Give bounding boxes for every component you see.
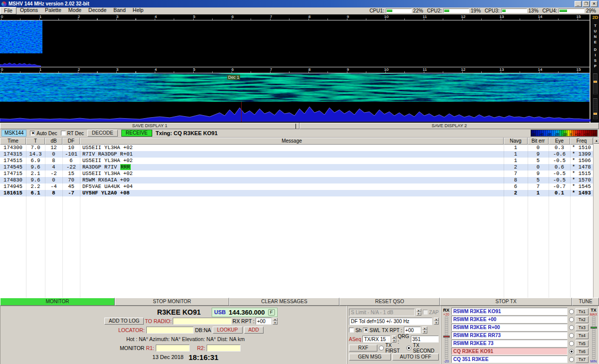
tx6-button[interactable]: Tx6	[576, 348, 589, 355]
to-radio-input[interactable]	[173, 318, 232, 325]
tx-message-input[interactable]	[451, 356, 568, 363]
auto-dec-checkbox[interactable]: Auto Dec	[30, 131, 57, 136]
zero-slider-handle[interactable]	[594, 113, 597, 115]
tx-select-radio[interactable]	[569, 317, 574, 322]
aseq-input[interactable]	[362, 336, 390, 343]
tx-select-radio[interactable]	[569, 349, 574, 354]
tx-select-radio[interactable]	[569, 357, 574, 362]
stop-tx-button[interactable]: STOP TX	[440, 298, 572, 306]
tx-second-radio[interactable]	[406, 346, 411, 351]
swl-checkbox[interactable]	[363, 328, 368, 333]
close-icon[interactable]: ✕	[591, 1, 598, 7]
df-tol-spinner[interactable]: ▲▼	[434, 318, 439, 325]
tx-message-input[interactable]	[451, 332, 568, 339]
tx3-button[interactable]: Tx3	[576, 324, 589, 331]
aseq-spinner[interactable]: ▲▼	[392, 336, 396, 343]
waterfall-gain-slider[interactable]	[593, 73, 598, 94]
tx1-button[interactable]: Tx1	[576, 308, 589, 315]
tx-select-radio[interactable]	[569, 309, 574, 314]
freq-f-button[interactable]: F	[268, 309, 275, 316]
monitor-button[interactable]: MONITOR	[0, 298, 115, 306]
add-to-log-button[interactable]: ADD TO LOG	[104, 318, 144, 325]
reset-qso-button[interactable]: RESET QSO	[339, 298, 440, 306]
tx-message-input[interactable]	[451, 348, 568, 355]
save-display-1-button[interactable]: SAVE DISPLAY 1	[0, 123, 300, 129]
sh-checkbox[interactable]	[349, 328, 354, 333]
waterfall-display-1[interactable]	[0, 20, 590, 60]
tx-message-input[interactable]	[451, 340, 568, 347]
checkbox-icon[interactable]	[61, 131, 66, 136]
tx-message-input[interactable]	[451, 316, 568, 323]
tx-select-radio[interactable]	[569, 333, 574, 338]
qrg-input[interactable]	[411, 336, 439, 343]
rt-dec-checkbox[interactable]: RT Dec	[61, 131, 84, 136]
menu-item-file[interactable]: File	[0, 7, 16, 14]
rx-slider-handle[interactable]	[443, 336, 450, 338]
stop-monitor-button[interactable]: STOP MONITOR	[115, 298, 229, 306]
tx-select-radio[interactable]	[569, 341, 574, 346]
col-biterr[interactable]: Bit err	[528, 138, 549, 145]
receive-button[interactable]: RECEIVE	[121, 130, 152, 137]
df-tol-dropdown[interactable]: DF Tol def=150 +/- 300 Hz	[349, 318, 432, 325]
rx-rpt-spinner[interactable]: ▲▼	[273, 318, 278, 325]
decode-row[interactable]: 1743007.01210US5EII YL3HA +02100.3* 1510	[0, 145, 593, 151]
decode-row[interactable]: 1745459.64-22RA3DGP R7IV RRR200.6* 1478	[0, 164, 593, 171]
auto-is-off-button[interactable]: AUTO IS OFF	[392, 354, 439, 361]
minimize-icon[interactable]: _	[575, 1, 582, 7]
rxf-button[interactable]: RXF	[349, 345, 377, 352]
decode-row[interactable]: 1745156.986US5EII YL3HA +0215-0.5* 1506	[0, 158, 593, 164]
tune-button[interactable]: TUNE	[572, 298, 599, 306]
mode-label[interactable]: MSK144	[1, 130, 26, 137]
decode-row[interactable]: 17431514.30-101R7IV RA3DGP R+0119-0.6* 1…	[0, 151, 593, 158]
rx-gain-slider[interactable]: RX +20 -20	[442, 308, 450, 363]
s-limit-spinner[interactable]: ▲▼	[416, 309, 421, 316]
lookup-button[interactable]: LOOKUP	[213, 327, 243, 334]
scroll-up-icon[interactable]: ▲	[594, 138, 599, 144]
menu-item-options[interactable]: Options	[16, 7, 41, 14]
col-time[interactable]: Time	[0, 138, 26, 145]
col-message[interactable]: Message	[80, 138, 504, 145]
col-t[interactable]: T	[26, 138, 45, 145]
tx7-button[interactable]: Tx7	[576, 356, 589, 363]
tx4-button[interactable]: Tx4	[576, 332, 589, 339]
tx-first-radio[interactable]	[379, 346, 384, 351]
tx-rpt-spinner[interactable]: ▲▼	[422, 327, 427, 334]
tx-select-radio[interactable]	[569, 325, 574, 330]
add-button[interactable]: ADD	[244, 327, 264, 334]
clear-messages-button[interactable]: CLEAR MESSAGES	[229, 298, 339, 306]
col-df[interactable]: DF	[62, 138, 80, 145]
decode-row[interactable]: 1816156.18-7UY5HF YL2A0 +08210.1* 1493	[0, 190, 593, 196]
restore-icon[interactable]: ❐	[583, 1, 590, 7]
tx-power-slider[interactable]: TX MAX MIN	[590, 308, 598, 363]
menu-item-band[interactable]: Band	[110, 7, 129, 14]
col-navg[interactable]: Navg	[504, 138, 528, 145]
s-limit-dropdown[interactable]: S Limit - N/A - 1 dB	[349, 309, 415, 316]
zap-checkbox[interactable]	[423, 310, 428, 315]
locator-input[interactable]	[146, 327, 194, 334]
monitor-r1-input[interactable]	[156, 345, 190, 352]
spin-down-icon[interactable]: ▼	[273, 321, 278, 325]
decode-row[interactable]: 1749452.2-445DF5VAE UA4UK +0467-0.7* 154…	[0, 183, 593, 190]
view-mode-label[interactable]: 2D	[593, 15, 599, 20]
rx-rpt-input[interactable]	[256, 318, 272, 325]
tx-slider-handle[interactable]	[591, 327, 597, 329]
decode-button[interactable]: DECODE	[87, 130, 118, 137]
gen-msg-button[interactable]: GEN MSG	[349, 354, 391, 361]
tx2-button[interactable]: Tx2	[576, 316, 589, 323]
tx5-button[interactable]: Tx5	[576, 340, 589, 347]
checkbox-icon[interactable]	[30, 131, 35, 136]
menu-item-mode[interactable]: Mode	[65, 7, 85, 14]
waterfall-zero-slider[interactable]	[593, 98, 598, 119]
decode-row[interactable]: 1748309.6070R5WM RX6AIA +0985-0.5* 1570	[0, 177, 593, 183]
tx-message-input[interactable]	[451, 324, 568, 331]
col-db[interactable]: dB	[45, 138, 62, 145]
monitor-r2-input[interactable]	[207, 345, 241, 352]
gain-slider-handle[interactable]	[594, 81, 597, 83]
menu-item-help[interactable]: Help	[129, 7, 147, 14]
col-freq[interactable]: Freq	[570, 138, 593, 145]
tx-message-input[interactable]	[451, 308, 568, 315]
spin-up-icon[interactable]: ▲	[273, 318, 278, 321]
decode-row[interactable]: 1747152.1-215US5EII YL3HA +0279-0.5* 151…	[0, 171, 593, 177]
col-eye[interactable]: Eye	[549, 138, 570, 145]
save-display-2-button[interactable]: SAVE DISPLAY 2	[300, 123, 599, 129]
